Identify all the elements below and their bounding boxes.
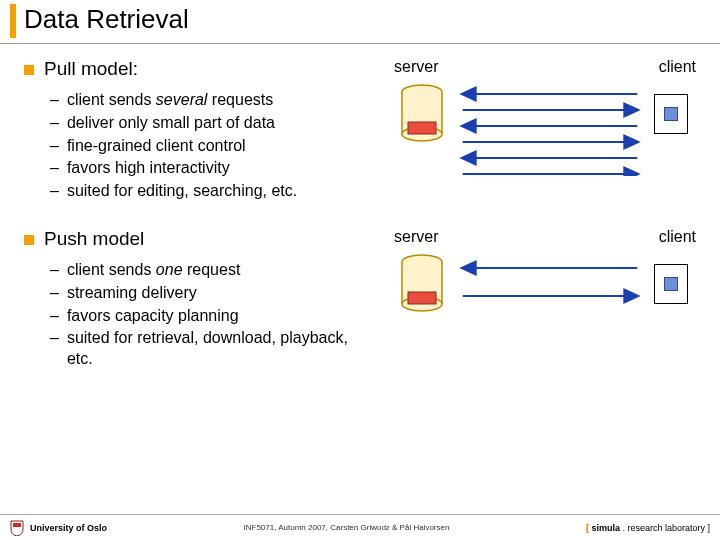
pull-diagram: server client <box>354 58 704 80</box>
footer-lab: [ simula . research laboratory ] <box>586 523 710 533</box>
server-cylinder-icon <box>400 254 444 316</box>
pull-heading: Pull model: <box>44 58 138 80</box>
svg-rect-17 <box>408 292 436 304</box>
pull-heading-row: Pull model: <box>24 58 354 80</box>
list-item: –favors capacity planning <box>50 306 354 327</box>
content-area: Pull model: –client sends several reques… <box>0 58 720 372</box>
svg-rect-20 <box>13 523 21 527</box>
svg-rect-5 <box>408 122 436 134</box>
footer-university: University of Oslo <box>30 523 107 533</box>
push-sublist: –client sends one request –streaming del… <box>24 260 354 370</box>
pull-sublist: –client sends several requests –deliver … <box>24 90 354 202</box>
list-item: –client sends several requests <box>50 90 354 111</box>
list-item: –deliver only small part of data <box>50 113 354 134</box>
pull-arrows <box>454 86 646 180</box>
list-item: –client sends one request <box>50 260 354 281</box>
footer-course-info: INF5071, Autumn 2007, Carsten Griwodz & … <box>107 523 586 532</box>
list-item: –suited for retrieval, download, playbac… <box>50 328 354 370</box>
bullet-square-icon <box>24 65 34 75</box>
slide-title: Data Retrieval <box>0 4 720 35</box>
client-label: client <box>659 58 696 76</box>
bullet-square-icon <box>24 235 34 245</box>
title-accent <box>10 4 16 38</box>
footer: University of Oslo INF5071, Autumn 2007,… <box>0 514 720 540</box>
client-box-icon <box>654 264 688 304</box>
server-cylinder-icon <box>400 84 444 146</box>
push-heading: Push model <box>44 228 144 250</box>
pull-text-column: Pull model: –client sends several reques… <box>24 58 354 204</box>
server-label: server <box>394 58 438 76</box>
section-push: Push model –client sends one request –st… <box>24 228 704 372</box>
list-item: –favors high interactivity <box>50 158 354 179</box>
push-heading-row: Push model <box>24 228 354 250</box>
server-label: server <box>394 228 438 246</box>
list-item: –streaming delivery <box>50 283 354 304</box>
list-item: –suited for editing, searching, etc. <box>50 181 354 202</box>
section-pull: Pull model: –client sends several reques… <box>24 58 704 204</box>
client-box-icon <box>654 94 688 134</box>
push-diagram: server client <box>354 228 704 250</box>
client-label: client <box>659 228 696 246</box>
footer-left: University of Oslo <box>10 520 107 536</box>
push-text-column: Push model –client sends one request –st… <box>24 228 354 372</box>
list-item: –fine-grained client control <box>50 136 354 157</box>
push-arrows <box>454 256 646 320</box>
title-bar: Data Retrieval <box>0 0 720 44</box>
uio-shield-icon <box>10 520 24 536</box>
